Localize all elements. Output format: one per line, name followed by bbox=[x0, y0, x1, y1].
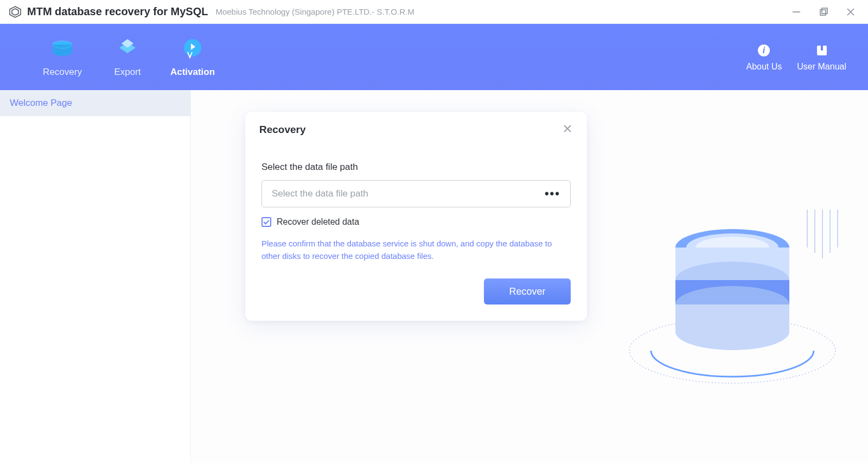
toolbar-item-label: Activation bbox=[170, 67, 215, 78]
dialog-header: Recovery bbox=[245, 112, 587, 148]
recover-deleted-checkbox[interactable] bbox=[261, 217, 271, 227]
minimize-button[interactable] bbox=[790, 5, 803, 18]
toolbar-item-label: Export bbox=[114, 67, 141, 78]
body-area: Welcome Page bbox=[0, 90, 868, 463]
recover-deleted-row: Recover deleted data bbox=[261, 217, 571, 227]
dialog-title: Recovery bbox=[259, 124, 306, 136]
svg-marker-0 bbox=[10, 7, 21, 17]
titlebar: MTM database recovery for MySQL Moebius … bbox=[0, 0, 868, 24]
dialog-actions: Recover bbox=[261, 278, 571, 305]
svg-rect-4 bbox=[822, 8, 827, 14]
about-us-button[interactable]: i About Us bbox=[746, 42, 782, 72]
svg-point-17 bbox=[695, 237, 769, 258]
svg-point-16 bbox=[686, 233, 778, 262]
close-button[interactable] bbox=[844, 5, 857, 18]
sidebar-item-welcome[interactable]: Welcome Page bbox=[0, 90, 190, 116]
path-field-row: ••• bbox=[261, 180, 571, 207]
svg-rect-13 bbox=[821, 46, 823, 50]
recovery-icon bbox=[50, 36, 75, 62]
window-controls bbox=[790, 5, 863, 18]
svg-point-18 bbox=[675, 262, 789, 299]
dialog-close-button[interactable] bbox=[562, 123, 573, 136]
svg-point-15 bbox=[675, 229, 789, 266]
export-icon bbox=[115, 36, 140, 62]
svg-text:i: i bbox=[763, 46, 765, 55]
recover-button[interactable]: Recover bbox=[484, 278, 571, 305]
toolbar-item-label: Recovery bbox=[43, 67, 82, 78]
content-area: Recovery Select the data file path ••• R bbox=[191, 90, 868, 463]
toolbar-item-activation[interactable]: Activation bbox=[160, 36, 225, 78]
sidebar: Welcome Page bbox=[0, 90, 191, 463]
user-manual-button[interactable]: User Manual bbox=[797, 42, 846, 72]
app-subtitle: Moebius Technology (Singapore) PTE.LTD.-… bbox=[215, 7, 414, 16]
main-toolbar: Recovery Export Activation i About Us bbox=[0, 24, 868, 90]
svg-rect-3 bbox=[820, 10, 826, 15]
recovery-dialog: Recovery Select the data file path ••• R bbox=[245, 112, 587, 321]
database-illustration bbox=[618, 172, 846, 399]
toolbar-item-recovery[interactable]: Recovery bbox=[30, 36, 95, 78]
manual-icon bbox=[815, 42, 828, 59]
info-icon: i bbox=[757, 42, 770, 59]
activation-icon bbox=[180, 36, 205, 62]
app-title: MTM database recovery for MySQL bbox=[27, 5, 208, 18]
app-logo-icon bbox=[9, 5, 22, 18]
svg-point-19 bbox=[675, 286, 789, 323]
svg-marker-1 bbox=[12, 9, 18, 15]
maximize-button[interactable] bbox=[817, 5, 830, 18]
sidebar-item-label: Welcome Page bbox=[10, 98, 72, 109]
browse-button[interactable]: ••• bbox=[542, 187, 563, 201]
recover-deleted-label: Recover deleted data bbox=[277, 217, 359, 227]
path-field-label: Select the data file path bbox=[261, 162, 571, 173]
user-manual-label: User Manual bbox=[797, 62, 846, 72]
toolbar-item-export[interactable]: Export bbox=[95, 36, 160, 78]
svg-point-14 bbox=[629, 318, 835, 383]
dialog-note: Please confirm that the database service… bbox=[261, 238, 571, 262]
about-us-label: About Us bbox=[746, 62, 782, 72]
dialog-body: Select the data file path ••• Recover de… bbox=[245, 148, 587, 321]
path-input[interactable] bbox=[272, 188, 542, 199]
